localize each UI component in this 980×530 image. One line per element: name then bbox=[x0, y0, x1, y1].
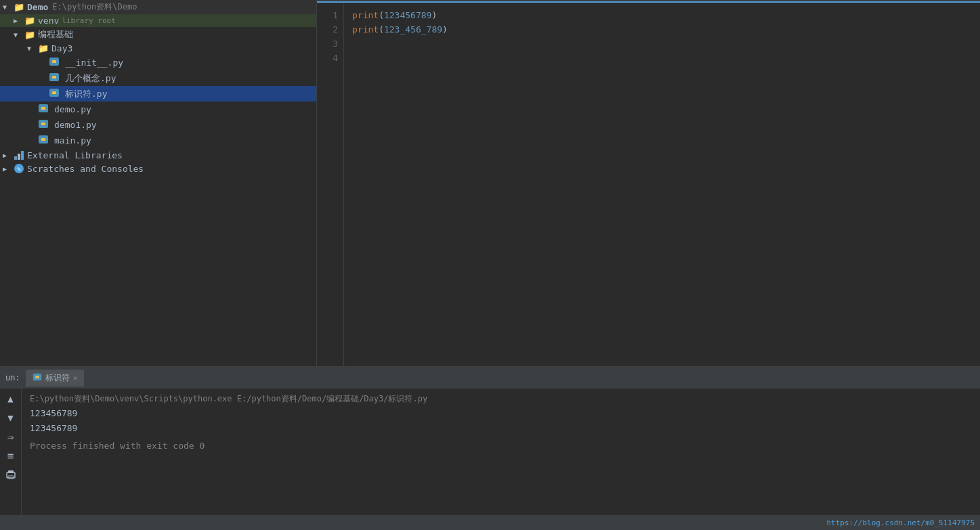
venv-label: venv bbox=[38, 16, 59, 26]
tab-label: 标识符 bbox=[45, 372, 70, 384]
code-area[interactable]: print(123456789) print(123_456_789) bbox=[344, 3, 980, 366]
svg-rect-1 bbox=[52, 60, 56, 63]
day3-folder-icon: 📁 bbox=[38, 43, 49, 53]
jigegainian-py-icon bbox=[49, 72, 60, 85]
sidebar-item-init[interactable]: __init__.py bbox=[0, 55, 316, 70]
svg-rect-5 bbox=[52, 91, 56, 94]
demo-label: demo.py bbox=[54, 104, 91, 114]
editor-area: 1 2 3 4 print(123456789) print(123_456_7… bbox=[317, 0, 980, 366]
demo1-label: demo1.py bbox=[54, 120, 97, 130]
sidebar-item-external[interactable]: ▶ External Libraries bbox=[0, 148, 316, 162]
venv-arrow: ▶ bbox=[14, 17, 24, 24]
expand-arrow: ▼ bbox=[3, 3, 14, 11]
line-numbers: 1 2 3 4 bbox=[317, 3, 344, 366]
main-py-icon bbox=[38, 134, 49, 147]
code-token-num-1: 123456789 bbox=[384, 8, 431, 22]
console-output-line-2: 123456789 bbox=[30, 421, 972, 436]
demo-py-icon bbox=[38, 103, 49, 116]
status-url[interactable]: https://blog.csdn.net/m0_51147975 bbox=[826, 518, 975, 527]
sidebar-item-venv[interactable]: ▶ 📁 venv library root bbox=[0, 14, 316, 27]
toolbar-print-button[interactable] bbox=[3, 467, 18, 482]
tab-close-button[interactable]: × bbox=[73, 374, 78, 382]
toolbar-list-button[interactable]: ≡ bbox=[3, 448, 18, 463]
venv-folder-icon: 📁 bbox=[24, 16, 35, 26]
sidebar-item-day3[interactable]: ▼ 📁 Day3 bbox=[0, 42, 316, 55]
tab-py-icon bbox=[33, 372, 42, 384]
code-line-3 bbox=[352, 37, 972, 51]
console-toolbar: ▲ ▼ ⇒ ≡ bbox=[0, 389, 22, 515]
init-py-icon bbox=[49, 56, 60, 69]
bottom-tab-bar: un: 标识符 × bbox=[0, 367, 980, 389]
svg-rect-20 bbox=[8, 470, 14, 473]
sidebar-item-jigegainian[interactable]: 几个概念.py bbox=[0, 70, 316, 86]
console-output: E:\python资料\Demo\venv\Scripts\python.exe… bbox=[22, 389, 980, 515]
run-label: un: bbox=[5, 373, 20, 382]
day3-arrow: ▼ bbox=[27, 45, 38, 52]
console-content: ▲ ▼ ⇒ ≡ E:\python资料\Demo\venv\Scripts\py… bbox=[0, 389, 980, 515]
console-command-line: E:\python资料\Demo\venv\Scripts\python.exe… bbox=[30, 391, 972, 406]
scratches-label: Scratches and Consoles bbox=[27, 164, 144, 174]
bianchengjichu-folder-icon: 📁 bbox=[24, 30, 35, 40]
scratches-icon: ✎ bbox=[14, 163, 24, 174]
scratches-arrow: ▶ bbox=[3, 165, 14, 173]
toolbar-up-button[interactable]: ▲ bbox=[3, 391, 18, 406]
svg-rect-14 bbox=[21, 151, 24, 160]
editor-content: 1 2 3 4 print(123456789) print(123_456_7… bbox=[317, 3, 980, 366]
sidebar-item-scratches[interactable]: ▶ ✎ Scratches and Consoles bbox=[0, 162, 316, 175]
sidebar-item-project[interactable]: ▼ 📁 Demo E:\python资料\Demo bbox=[0, 0, 316, 14]
day3-label: Day3 bbox=[51, 43, 72, 53]
external-libraries-icon bbox=[14, 150, 24, 160]
svg-rect-13 bbox=[18, 154, 20, 160]
jigegainian-label: 几个概念.py bbox=[65, 72, 116, 85]
svg-rect-3 bbox=[52, 76, 56, 79]
sidebar-item-demo[interactable]: demo.py bbox=[0, 102, 316, 117]
code-token-num-2: 123_456_789 bbox=[384, 22, 442, 37]
toolbar-down-button[interactable]: ▼ bbox=[3, 410, 18, 425]
init-label: __init__.py bbox=[65, 58, 123, 68]
bottom-tab-biaoshifu[interactable]: 标识符 × bbox=[26, 370, 85, 387]
process-done-line: Process finished with exit code 0 bbox=[30, 439, 972, 454]
code-line-4 bbox=[352, 51, 972, 65]
folder-icon: 📁 bbox=[14, 2, 24, 12]
code-line-2: print(123_456_789) bbox=[352, 22, 972, 37]
external-label: External Libraries bbox=[27, 150, 123, 160]
svg-text:✎: ✎ bbox=[17, 165, 21, 173]
console-output-line-1: 123456789 bbox=[30, 406, 972, 421]
project-path: E:\python资料\Demo bbox=[52, 1, 137, 13]
svg-rect-7 bbox=[41, 107, 45, 110]
svg-rect-18 bbox=[35, 376, 39, 378]
svg-rect-9 bbox=[41, 123, 45, 125]
status-bar: https://blog.csdn.net/m0_51147975 bbox=[0, 515, 980, 530]
sidebar-item-main[interactable]: main.py bbox=[0, 133, 316, 148]
bianchengjichu-arrow: ▼ bbox=[14, 31, 24, 39]
svg-rect-12 bbox=[14, 156, 17, 160]
biaoshifu-label: 标识符.py bbox=[65, 88, 107, 100]
bianchengjichu-label: 编程基础 bbox=[38, 28, 73, 41]
library-root-badge: library root bbox=[62, 16, 115, 25]
code-line-1: print(123456789) bbox=[352, 8, 972, 22]
sidebar-item-biaoshifu[interactable]: 标识符.py bbox=[0, 86, 316, 102]
svg-rect-11 bbox=[41, 138, 45, 141]
code-token-print-1: print bbox=[352, 8, 379, 22]
toolbar-redirect-button[interactable]: ⇒ bbox=[3, 429, 18, 444]
sidebar-item-demo1[interactable]: demo1.py bbox=[0, 117, 316, 133]
code-token-print-2: print bbox=[352, 22, 379, 37]
demo1-py-icon bbox=[38, 118, 49, 131]
project-label: Demo bbox=[27, 2, 48, 12]
sidebar: ▼ 📁 Demo E:\python资料\Demo ▶ 📁 venv libra… bbox=[0, 0, 317, 366]
main-area: ▼ 📁 Demo E:\python资料\Demo ▶ 📁 venv libra… bbox=[0, 0, 980, 366]
biaoshifu-py-icon bbox=[49, 87, 60, 100]
sidebar-item-bianchengjichu[interactable]: ▼ 📁 编程基础 bbox=[0, 27, 316, 42]
bottom-panel: un: 标识符 × ▲ ▼ ⇒ ≡ E:\python资料\Demo\venv\… bbox=[0, 366, 980, 515]
external-arrow: ▶ bbox=[3, 152, 14, 159]
main-label: main.py bbox=[54, 135, 91, 146]
